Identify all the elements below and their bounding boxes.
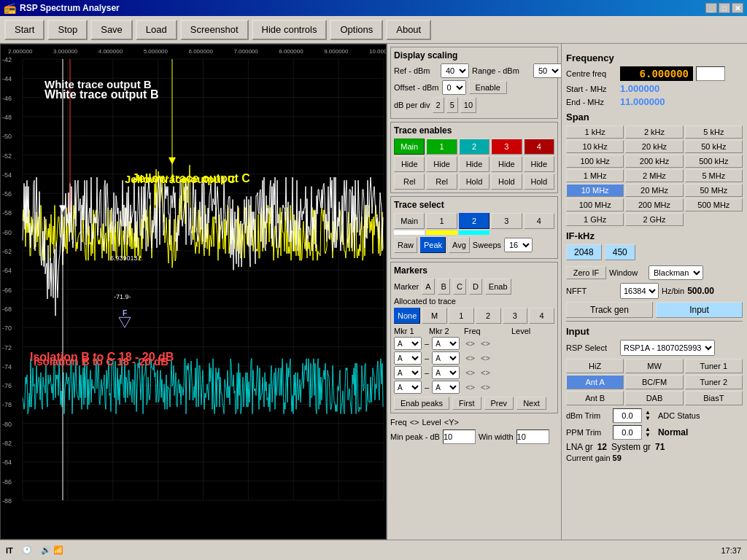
next-btn[interactable]: Next [516, 397, 546, 410]
alloc-1-btn[interactable]: 1 [449, 308, 474, 324]
win-width-input[interactable] [516, 429, 549, 444]
alloc-2-btn[interactable]: 2 [476, 308, 501, 324]
mkr2-sel-1[interactable]: A [432, 337, 460, 350]
start-button[interactable]: Start [4, 20, 44, 40]
window-select[interactable]: Blackman [649, 265, 703, 280]
hide-controls-button[interactable]: Hide controls [252, 20, 328, 40]
hide-1-btn[interactable]: Hide [426, 156, 457, 172]
span-2ghz[interactable]: 2 GHz [625, 213, 683, 226]
min-peak-input[interactable] [443, 429, 476, 444]
mw-btn[interactable]: MW [625, 359, 683, 373]
ppm-trim-input[interactable] [613, 425, 642, 440]
dab-btn[interactable]: DAB [625, 391, 683, 405]
mkr2-sel-4[interactable]: A [432, 381, 460, 394]
hold-2-btn[interactable]: Hold [459, 174, 489, 190]
trace-4-btn[interactable]: 4 [524, 139, 554, 155]
prev-btn[interactable]: Prev [484, 397, 514, 410]
nfft-select[interactable]: 16384 [620, 283, 659, 299]
biast-btn[interactable]: BiasT [685, 391, 743, 405]
ts-3-btn[interactable]: 3 [491, 213, 522, 229]
avg-btn[interactable]: Avg [449, 237, 470, 253]
span-10khz[interactable]: 10 kHz [566, 140, 624, 153]
alloc-none-btn[interactable]: None [394, 308, 420, 324]
ppm-trim-arrows[interactable]: ▲ ▼ [645, 427, 651, 438]
ant-b-btn[interactable]: Ant B [566, 391, 624, 405]
close-button[interactable]: ✕ [732, 3, 743, 13]
hold-3-btn[interactable]: Hold [491, 174, 522, 190]
marker-d-btn[interactable]: D [469, 279, 482, 295]
span-1khz[interactable]: 1 kHz [566, 125, 624, 139]
span-50mhz[interactable]: 50 MHz [685, 184, 743, 197]
track-gen-btn[interactable]: Track gen [566, 302, 653, 318]
span-20mhz[interactable]: 20 MHz [625, 184, 683, 197]
peak-btn[interactable]: Peak [420, 237, 446, 253]
tuner2-btn[interactable]: Tuner 2 [685, 375, 743, 389]
dbm-trim-arrows[interactable]: ▲ ▼ [645, 410, 651, 421]
raw-btn[interactable]: Raw [394, 237, 417, 253]
if-2048-btn[interactable]: 2048 [566, 244, 602, 260]
rel-main-btn[interactable]: Rel [394, 174, 425, 190]
mkr1-sel-3[interactable]: A [394, 366, 422, 379]
range-select[interactable]: 50 [533, 63, 562, 78]
alloc-m-btn[interactable]: M [422, 308, 447, 324]
mkr1-sel-4[interactable]: A [394, 381, 422, 394]
span-200khz[interactable]: 200 kHz [625, 155, 683, 168]
bcfm-btn[interactable]: BC/FM [625, 375, 683, 389]
hold-4-btn[interactable]: Hold [524, 174, 554, 190]
mkr1-sel-1[interactable]: A [394, 337, 422, 350]
alloc-4-btn[interactable]: 4 [529, 308, 554, 324]
enable-button[interactable]: Enable [469, 81, 507, 94]
alloc-3-btn[interactable]: 3 [503, 308, 528, 324]
enab-btn[interactable]: Enab [485, 279, 511, 295]
hide-4-btn[interactable]: Hide [524, 156, 554, 172]
db10-button[interactable]: 10 [460, 97, 476, 113]
enab-peaks-btn[interactable]: Enab peaks [394, 397, 449, 410]
db5-button[interactable]: 5 [446, 97, 458, 113]
save-button[interactable]: Save [90, 20, 133, 40]
load-button[interactable]: Load [136, 20, 177, 40]
db2-button[interactable]: 2 [433, 97, 444, 113]
dbm-down-arrow[interactable]: ▼ [645, 416, 651, 421]
zero-if-btn[interactable]: Zero IF [566, 266, 606, 279]
mkr2-sel-2[interactable]: A [432, 351, 460, 365]
span-2mhz[interactable]: 2 MHz [625, 169, 683, 182]
if-450-btn[interactable]: 450 [605, 244, 635, 260]
mkr1-sel-2[interactable]: A [394, 351, 422, 365]
span-1ghz[interactable]: 1 GHz [566, 213, 624, 226]
trace-2-btn[interactable]: 2 [459, 139, 489, 155]
centre-freq-input[interactable] [696, 66, 725, 81]
ppm-down-arrow[interactable]: ▼ [645, 432, 651, 438]
span-20khz[interactable]: 20 kHz [625, 140, 683, 153]
span-100mhz[interactable]: 100 MHz [566, 198, 624, 211]
offset-select[interactable]: 0 [442, 80, 466, 95]
span-5khz[interactable]: 5 kHz [685, 125, 743, 139]
hiz-btn[interactable]: HiZ [566, 359, 624, 373]
span-100khz[interactable]: 100 kHz [566, 155, 624, 168]
tuner1-btn[interactable]: Tuner 1 [685, 359, 743, 373]
span-50khz[interactable]: 50 kHz [685, 140, 743, 153]
rsp-select[interactable]: RSP1A - 1807025993 [620, 340, 715, 356]
span-1mhz[interactable]: 1 MHz [566, 169, 624, 182]
hide-2-btn[interactable]: Hide [459, 156, 489, 172]
screenshot-button[interactable]: Screenshot [180, 20, 249, 40]
ts-main-btn[interactable]: Main [394, 213, 425, 229]
ant-a-btn[interactable]: Ant A [566, 375, 624, 389]
rel-1-btn[interactable]: Rel [426, 174, 457, 190]
options-button[interactable]: Options [330, 20, 383, 40]
hide-3-btn[interactable]: Hide [491, 156, 522, 172]
span-500mhz[interactable]: 500 MHz [685, 198, 743, 211]
first-btn[interactable]: First [452, 397, 481, 410]
marker-b-btn[interactable]: B [438, 279, 450, 295]
span-200mhz[interactable]: 200 MHz [625, 198, 683, 211]
ts-2-btn[interactable]: 2 [459, 213, 489, 229]
span-2khz[interactable]: 2 kHz [625, 125, 683, 139]
mkr2-sel-3[interactable]: A [432, 366, 460, 379]
window-controls[interactable]: _ □ ✕ [705, 3, 743, 13]
marker-a-btn[interactable]: A [422, 279, 434, 295]
sweeps-select[interactable]: 16 [504, 238, 533, 252]
ts-4-btn[interactable]: 4 [524, 213, 554, 229]
minimize-button[interactable]: _ [705, 3, 717, 13]
about-button[interactable]: About [386, 20, 431, 40]
maximize-button[interactable]: □ [719, 3, 730, 13]
trace-3-btn[interactable]: 3 [491, 139, 522, 155]
